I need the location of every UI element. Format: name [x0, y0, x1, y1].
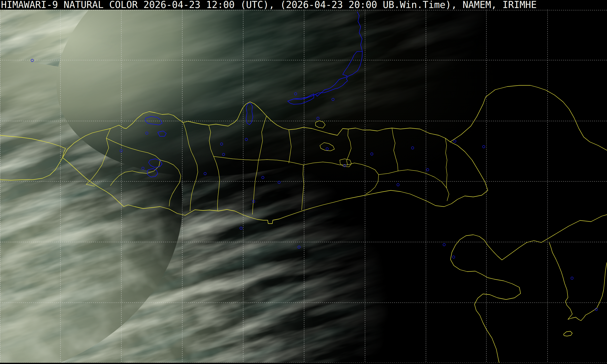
product-title: HIMAWARI-9 NATURAL COLOR 2026-04-23 12:0… — [0, 0, 537, 10]
satellite-viewport — [0, 0, 607, 364]
image-bottom-edge — [0, 363, 607, 364]
title-bar: HIMAWARI-9 NATURAL COLOR 2026-04-23 12:0… — [0, 0, 607, 10]
map-overlay — [0, 0, 607, 364]
satellite-product-screen: HIMAWARI-9 NATURAL COLOR 2026-04-23 12:0… — [0, 0, 607, 364]
